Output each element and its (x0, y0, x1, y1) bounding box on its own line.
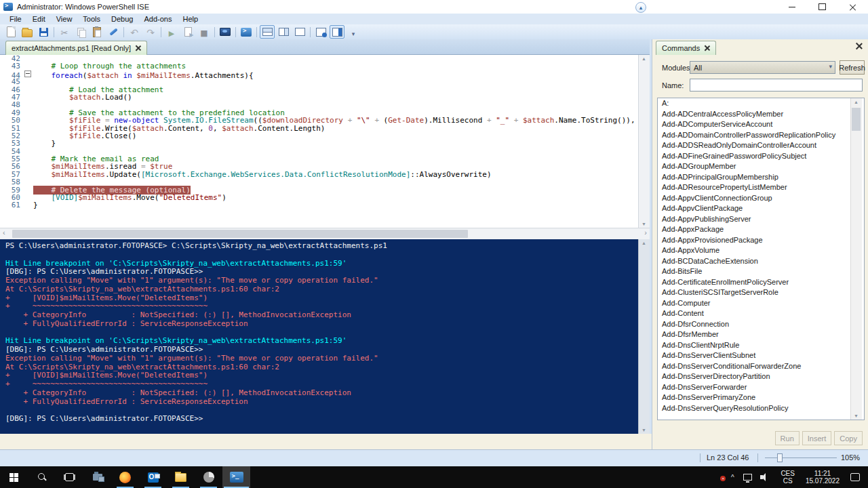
script-tab[interactable]: extractAttachments.ps1 [Read Only] (5, 41, 147, 55)
script-editor[interactable]: 4243 # Loop through the attachments44 fo… (0, 55, 638, 228)
copy-button[interactable] (73, 25, 88, 39)
commands-tab[interactable]: Commands (656, 41, 716, 55)
command-item[interactable]: Add-ADDomainControllerPasswordReplicatio… (658, 130, 864, 141)
command-item[interactable]: Add-ClusteriSCSITargetServerRole (658, 287, 864, 298)
command-item[interactable]: Add-ADPrincipalGroupMembership (658, 172, 864, 183)
editor-horizontal-scrollbar-thumb[interactable] (12, 230, 468, 238)
menu-tools[interactable]: Tools (77, 14, 106, 24)
command-item[interactable]: Add-ADFineGrainedPasswordPolicySubject (658, 151, 864, 162)
new-script-button[interactable] (3, 25, 18, 39)
network-icon[interactable] (743, 474, 752, 481)
language-indicator[interactable]: CES CS (781, 470, 795, 485)
show-script-pane-top-button[interactable] (260, 25, 275, 39)
stop-operation-button[interactable] (197, 25, 212, 39)
run-button[interactable]: Run (775, 431, 800, 445)
show-script-pane-right-button[interactable] (276, 25, 291, 39)
commands-panel-close-icon[interactable] (856, 43, 863, 49)
console-vertical-scrollbar[interactable] (638, 239, 650, 434)
command-item[interactable]: Add-ADComputerServiceAccount (658, 119, 864, 130)
editor-horizontal-scrollbar[interactable] (0, 228, 650, 239)
zoom-slider-thumb[interactable] (777, 453, 783, 462)
command-item[interactable]: Add-DnsServerPrimaryZone (658, 392, 864, 403)
command-item[interactable]: Add-AppvPublishingServer (658, 214, 864, 225)
toolbar-overflow-button[interactable] (346, 25, 361, 39)
new-remote-powershell-tab-button[interactable] (218, 25, 233, 39)
clear-console-pane-button[interactable] (106, 25, 121, 39)
taskbar-search-button[interactable] (28, 466, 56, 488)
command-item[interactable]: Add-DnsServerClientSubnet (658, 350, 864, 361)
menu-debug[interactable]: Debug (106, 14, 138, 24)
taskbar-file-explorer-button[interactable] (167, 466, 195, 488)
commands-list-scrollbar-thumb[interactable] (852, 108, 861, 131)
copy-button[interactable]: Copy (834, 431, 863, 445)
taskbar-firefox-button[interactable] (111, 466, 139, 488)
menu-file[interactable]: File (4, 14, 27, 24)
editor-vertical-scrollbar[interactable] (638, 55, 650, 228)
tray-expand-icon[interactable]: ^ (726, 474, 739, 481)
command-item[interactable]: Add-BitsFile (658, 266, 864, 277)
maximize-button[interactable] (807, 0, 837, 14)
commands-tab-close-icon[interactable] (705, 45, 710, 51)
redo-button[interactable] (143, 25, 158, 39)
taskbar-server-manager-button[interactable] (83, 466, 111, 488)
command-item[interactable]: Add-DnsClientNrptRule (658, 340, 864, 351)
commands-list-scrollbar[interactable] (850, 98, 862, 420)
clock[interactable]: 11:21 15.07.2022 (806, 470, 840, 485)
volume-muted-icon[interactable] (760, 473, 771, 481)
save-button[interactable] (36, 25, 51, 39)
close-button[interactable] (837, 0, 868, 14)
menu-help[interactable]: Help (177, 14, 203, 24)
command-item[interactable]: Add-DfsrConnection (658, 319, 864, 330)
command-item[interactable]: Add-DnsServerConditionalForwarderZone (658, 361, 864, 372)
paste-button[interactable] (90, 25, 104, 39)
taskbar-start-button[interactable] (0, 466, 28, 488)
insert-button[interactable]: Insert (802, 431, 832, 445)
action-center-icon[interactable] (850, 473, 860, 481)
run-script-button[interactable] (164, 25, 179, 39)
cut-button[interactable] (57, 25, 72, 39)
command-item[interactable]: Add-CertificateEnrollmentPolicyServer (658, 277, 864, 288)
console-pane[interactable]: PS C:\Users\administrator.FOTOPASCE> C:\… (0, 239, 650, 434)
fold-collapse-icon[interactable] (24, 70, 31, 77)
command-item[interactable]: A: (658, 98, 864, 109)
command-item[interactable]: Add-AppxPackage (658, 224, 864, 235)
refresh-button[interactable]: Refresh (840, 60, 865, 75)
show-command-addon-button[interactable] (330, 25, 344, 39)
open-script-button[interactable] (20, 25, 35, 39)
menu-add-ons[interactable]: Add-ons (138, 14, 177, 24)
command-item[interactable]: Add-Content (658, 308, 864, 319)
command-item[interactable]: Add-DnsServerDirectoryPartition (658, 371, 864, 382)
menu-edit[interactable]: Edit (27, 14, 51, 24)
undo-button[interactable] (127, 25, 142, 39)
taskbar-outlook-button[interactable] (139, 466, 167, 488)
menu-view[interactable]: View (51, 14, 78, 24)
taskbar-clock-app-button[interactable] (195, 466, 222, 488)
collapse-script-pane-button[interactable] (635, 2, 646, 13)
command-item[interactable]: Add-AppxVolume (658, 245, 864, 256)
taskbar-task-view-button[interactable] (56, 466, 83, 488)
command-item[interactable]: Add-ADDSReadOnlyDomainControllerAccount (658, 140, 864, 151)
run-selection-button[interactable] (180, 25, 195, 39)
command-item[interactable]: Add-Computer (658, 298, 864, 309)
modules-dropdown[interactable]: All (690, 61, 835, 74)
command-item[interactable]: Add-AppvClientConnectionGroup (658, 193, 864, 204)
command-item[interactable]: Add-DfsrMember (658, 329, 864, 340)
command-item[interactable]: Add-ADGroupMember (658, 161, 864, 172)
command-item[interactable]: Add-DnsServerForwarder (658, 382, 864, 393)
command-item[interactable]: Add-ADResourcePropertyListMember (658, 182, 864, 193)
taskbar-powershell-ise-button[interactable] (222, 466, 250, 488)
start-powershell-exe-button[interactable] (239, 25, 254, 39)
command-item[interactable]: Add-AppvClientPackage (658, 203, 864, 214)
command-item[interactable]: Add-ADCentralAccessPolicyMember (658, 109, 864, 120)
new-addon-tab-button[interactable] (313, 25, 328, 39)
command-item[interactable]: Add-BCDataCacheExtension (658, 256, 864, 267)
commands-list[interactable]: A:Add-ADCentralAccessPolicyMemberAdd-ADC… (657, 98, 865, 420)
show-script-pane-maximized-button[interactable] (292, 25, 307, 39)
name-input[interactable] (690, 79, 863, 92)
minimize-button[interactable] (776, 0, 807, 14)
zoom-slider[interactable] (765, 458, 837, 458)
command-item[interactable]: Add-AppxProvisionedPackage (658, 235, 864, 246)
script-tab-close-icon[interactable] (136, 45, 141, 51)
run-button-label: Run (781, 434, 794, 443)
command-item[interactable]: Add-DnsServerQueryResolutionPolicy (658, 403, 864, 414)
